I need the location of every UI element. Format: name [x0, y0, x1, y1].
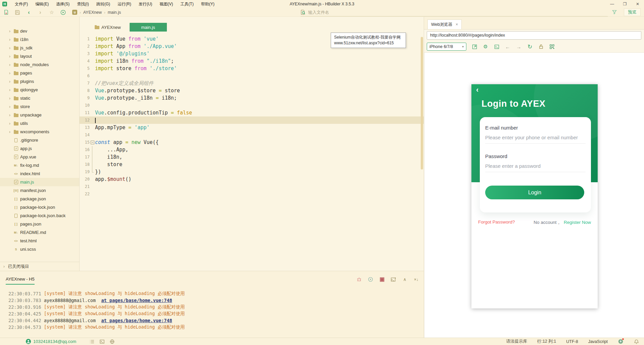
close-tab-icon[interactable]: ×: [456, 22, 458, 27]
code-line-14[interactable]: 14: [80, 131, 424, 139]
register-now-link[interactable]: Register Now: [564, 220, 591, 225]
gear-icon[interactable]: ⚙: [482, 44, 489, 50]
sidebar-file-main-js[interactable]: ›Jmain.js: [0, 178, 79, 186]
syntax-library-item[interactable]: 语法提示库: [506, 339, 527, 344]
code-line-9[interactable]: 9Vue.prototype._i18n = i18n;: [80, 94, 424, 102]
sidebar-file-package-json[interactable]: ›[ ]package.json: [0, 195, 79, 203]
outline-list-icon[interactable]: [89, 339, 95, 344]
menubar-item[interactable]: 跳转(G): [93, 0, 113, 8]
update-icon[interactable]: [618, 339, 624, 344]
collapse-panel-icon[interactable]: ∧: [402, 277, 408, 282]
nav-back-icon[interactable]: ←: [505, 44, 511, 50]
code-line-22[interactable]: 22: [80, 190, 424, 198]
language-mode-item[interactable]: JavaScript: [588, 339, 608, 344]
menubar-item[interactable]: 查找(I): [74, 0, 92, 8]
sidebar-file-App-vue[interactable]: ›VApp.vue: [0, 153, 79, 161]
fold-marker[interactable]: [90, 168, 95, 176]
fold-marker[interactable]: [90, 153, 95, 161]
code-line-5[interactable]: 5import store from './store': [80, 65, 424, 72]
code-editor[interactable]: 1import Vue from 'vue'2import App from '…: [80, 32, 424, 198]
code-line-20[interactable]: 20app.$mount(): [80, 176, 424, 183]
cursor-position-item[interactable]: 行:12 列:1: [537, 339, 556, 344]
code-line-15[interactable]: 15const app = new Vue({: [80, 139, 424, 146]
fold-marker[interactable]: [90, 161, 95, 168]
file-search-input[interactable]: [308, 10, 608, 15]
sidebar-folder-wxcomponents[interactable]: ›wxcomponents: [0, 128, 79, 136]
new-file-button[interactable]: [3, 9, 9, 15]
menubar-item[interactable]: 选择(S): [53, 0, 73, 8]
sidebar-file-test-html[interactable]: ›<>test.html: [0, 237, 79, 245]
qr-code-icon[interactable]: [549, 44, 555, 50]
code-line-8[interactable]: 8Vue.prototype.$store = store: [80, 87, 424, 94]
device-select[interactable]: iPhone 6/7/8 ▾: [427, 43, 466, 51]
clear-console-icon[interactable]: ×↓: [413, 277, 419, 282]
code-line-11[interactable]: 11Vue.config.productionTip = false: [80, 109, 424, 116]
sidebar-folder-pages[interactable]: ›pages: [0, 69, 79, 77]
login-button[interactable]: Login: [485, 186, 584, 199]
lock-icon[interactable]: [538, 44, 544, 50]
sidebar-file--gitignore[interactable]: ›.gitignore: [0, 136, 79, 144]
sidebar-file-manifest-json[interactable]: ›[⚙]manifest.json: [0, 186, 79, 195]
bookmark-star-icon[interactable]: ☆: [49, 9, 55, 15]
sidebar-folder-store[interactable]: ›store: [0, 102, 79, 111]
sidebar-file-README-md[interactable]: ›M↓README.md: [0, 228, 79, 237]
menubar-item[interactable]: 工具(T): [177, 0, 196, 8]
menubar-item[interactable]: 编辑(E): [32, 0, 52, 8]
restore-button[interactable]: ❐: [618, 0, 631, 8]
console-icon[interactable]: [494, 44, 500, 50]
code-line-21[interactable]: 21: [80, 183, 424, 190]
menubar-item[interactable]: 帮助(Y): [198, 0, 218, 8]
code-line-19[interactable]: 19}): [80, 168, 424, 176]
sidebar-file-package-lock-json-back[interactable]: ›package-lock.json.back: [0, 211, 79, 220]
sidebar-folder-js-sdk[interactable]: ›js_sdk: [0, 44, 79, 52]
code-line-17[interactable]: 17 i18n,: [80, 153, 424, 161]
sidebar-folder-utils[interactable]: ›utils: [0, 119, 79, 128]
sidebar-folder-layout[interactable]: ›layout: [0, 52, 79, 60]
minimize-button[interactable]: —: [606, 0, 618, 8]
code-line-13[interactable]: 13App.mpType = 'app': [80, 124, 424, 131]
terminal-icon[interactable]: [99, 339, 105, 344]
url-input[interactable]: [427, 31, 641, 40]
email-field[interactable]: [485, 135, 586, 144]
menubar-item[interactable]: 运行(R): [114, 0, 134, 8]
forward-button[interactable]: ›: [37, 9, 43, 15]
sidebar-file-fix-log-md[interactable]: ›M↓fix-log.md: [0, 161, 79, 169]
sidebar-folder-node-modules[interactable]: ›node_modules: [0, 60, 79, 69]
fold-marker[interactable]: [90, 139, 95, 146]
close-button[interactable]: ✕: [631, 0, 644, 8]
fold-marker[interactable]: [90, 146, 95, 153]
sidebar-folder-qidongye[interactable]: ›qidongye: [0, 86, 79, 94]
editor-scrollbar[interactable]: [421, 37, 423, 169]
sidebar-folder-i18n[interactable]: ›i18n: [0, 35, 79, 44]
sidebar-file-uni-scss[interactable]: ›Suni.scss: [0, 245, 79, 253]
nav-forward-icon[interactable]: →: [516, 44, 522, 50]
preview-button[interactable]: 预览: [624, 8, 641, 16]
sidebar-file-package-lock-json[interactable]: ›[ ]package-lock.json: [0, 203, 79, 211]
code-line-12[interactable]: 12: [80, 116, 424, 124]
sidebar-folder-static[interactable]: ›static: [0, 94, 79, 102]
breadcrumb-project[interactable]: AYEXnew: [83, 10, 102, 15]
code-line-6[interactable]: 6: [80, 72, 424, 80]
tab-project-ayexnew[interactable]: AYEXnew: [91, 23, 125, 32]
debug-bug-icon[interactable]: [356, 277, 362, 282]
breadcrumb-file[interactable]: main.js: [108, 10, 121, 15]
sidebar-folder-dev[interactable]: ›dev: [0, 27, 79, 35]
encoding-item[interactable]: UTF-8: [566, 339, 578, 344]
bell-icon[interactable]: [634, 339, 639, 344]
tab-main-js[interactable]: main.js: [130, 23, 167, 32]
filter-icon[interactable]: [612, 9, 617, 15]
sidebar-file-index-html[interactable]: ›<>index.html: [0, 169, 79, 178]
run-button[interactable]: [60, 9, 66, 15]
password-field[interactable]: [485, 163, 586, 172]
closed-projects-section[interactable]: › 已关闭项目: [0, 262, 79, 271]
back-chevron-icon[interactable]: ‹: [476, 86, 478, 94]
log-source-link[interactable]: at pages/base/home.vue:748: [101, 318, 172, 323]
sidebar-file-app-js[interactable]: ›Japp.js: [0, 144, 79, 153]
menubar-item[interactable]: 发行(U): [136, 0, 155, 8]
stop-icon[interactable]: [379, 277, 385, 282]
forgot-password-link[interactable]: Forgot Password?: [478, 219, 515, 226]
new-terminal-icon[interactable]: [390, 277, 396, 282]
sidebar-folder-unpackage[interactable]: ›unpackage: [0, 111, 79, 119]
network-globe-icon[interactable]: [109, 339, 115, 344]
sidebar-file-pages-json[interactable]: ›[ ]pages.json: [0, 220, 79, 228]
